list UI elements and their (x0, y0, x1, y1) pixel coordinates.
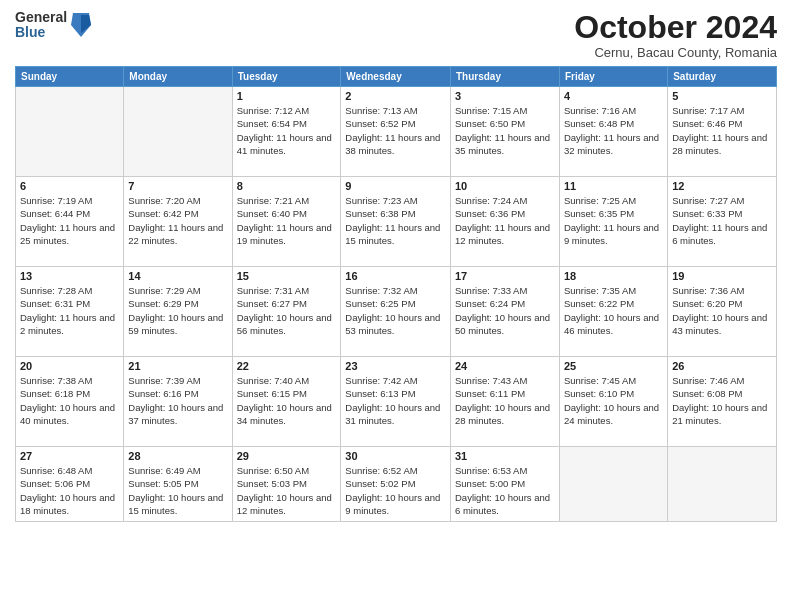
calendar-week-row: 6Sunrise: 7:19 AM Sunset: 6:44 PM Daylig… (16, 177, 777, 267)
calendar-cell: 3Sunrise: 7:15 AM Sunset: 6:50 PM Daylig… (450, 87, 559, 177)
logo-general: General (15, 10, 67, 25)
day-info: Sunrise: 7:43 AM Sunset: 6:11 PM Dayligh… (455, 374, 555, 427)
day-info: Sunrise: 7:13 AM Sunset: 6:52 PM Dayligh… (345, 104, 446, 157)
day-number: 22 (237, 360, 337, 372)
title-area: October 2024 Cernu, Bacau County, Romani… (574, 10, 777, 60)
calendar-cell: 6Sunrise: 7:19 AM Sunset: 6:44 PM Daylig… (16, 177, 124, 267)
day-number: 4 (564, 90, 663, 102)
day-info: Sunrise: 7:46 AM Sunset: 6:08 PM Dayligh… (672, 374, 772, 427)
day-info: Sunrise: 7:17 AM Sunset: 6:46 PM Dayligh… (672, 104, 772, 157)
calendar-week-row: 20Sunrise: 7:38 AM Sunset: 6:18 PM Dayli… (16, 357, 777, 447)
logo-text: General Blue (15, 10, 67, 41)
day-info: Sunrise: 7:19 AM Sunset: 6:44 PM Dayligh… (20, 194, 119, 247)
calendar-cell: 23Sunrise: 7:42 AM Sunset: 6:13 PM Dayli… (341, 357, 451, 447)
day-number: 11 (564, 180, 663, 192)
weekday-header: Monday (124, 67, 232, 87)
calendar-week-row: 27Sunrise: 6:48 AM Sunset: 5:06 PM Dayli… (16, 447, 777, 522)
day-info: Sunrise: 6:53 AM Sunset: 5:00 PM Dayligh… (455, 464, 555, 517)
day-number: 24 (455, 360, 555, 372)
calendar-cell: 8Sunrise: 7:21 AM Sunset: 6:40 PM Daylig… (232, 177, 341, 267)
day-info: Sunrise: 7:27 AM Sunset: 6:33 PM Dayligh… (672, 194, 772, 247)
calendar-cell: 22Sunrise: 7:40 AM Sunset: 6:15 PM Dayli… (232, 357, 341, 447)
day-info: Sunrise: 7:16 AM Sunset: 6:48 PM Dayligh… (564, 104, 663, 157)
calendar-cell: 14Sunrise: 7:29 AM Sunset: 6:29 PM Dayli… (124, 267, 232, 357)
day-info: Sunrise: 7:20 AM Sunset: 6:42 PM Dayligh… (128, 194, 227, 247)
day-number: 2 (345, 90, 446, 102)
day-number: 1 (237, 90, 337, 102)
calendar-cell: 5Sunrise: 7:17 AM Sunset: 6:46 PM Daylig… (668, 87, 777, 177)
calendar-cell: 17Sunrise: 7:33 AM Sunset: 6:24 PM Dayli… (450, 267, 559, 357)
page: General Blue October 2024 Cernu, Bacau C… (0, 0, 792, 612)
calendar-cell: 21Sunrise: 7:39 AM Sunset: 6:16 PM Dayli… (124, 357, 232, 447)
day-number: 21 (128, 360, 227, 372)
day-number: 19 (672, 270, 772, 282)
day-info: Sunrise: 7:24 AM Sunset: 6:36 PM Dayligh… (455, 194, 555, 247)
day-number: 13 (20, 270, 119, 282)
day-info: Sunrise: 6:49 AM Sunset: 5:05 PM Dayligh… (128, 464, 227, 517)
calendar-cell: 4Sunrise: 7:16 AM Sunset: 6:48 PM Daylig… (559, 87, 667, 177)
day-number: 18 (564, 270, 663, 282)
calendar-cell (559, 447, 667, 522)
day-number: 8 (237, 180, 337, 192)
day-number: 17 (455, 270, 555, 282)
day-number: 31 (455, 450, 555, 462)
day-info: Sunrise: 7:31 AM Sunset: 6:27 PM Dayligh… (237, 284, 337, 337)
day-number: 25 (564, 360, 663, 372)
weekday-header: Thursday (450, 67, 559, 87)
day-info: Sunrise: 7:15 AM Sunset: 6:50 PM Dayligh… (455, 104, 555, 157)
weekday-header: Tuesday (232, 67, 341, 87)
weekday-header: Wednesday (341, 67, 451, 87)
calendar-cell: 11Sunrise: 7:25 AM Sunset: 6:35 PM Dayli… (559, 177, 667, 267)
calendar-cell: 12Sunrise: 7:27 AM Sunset: 6:33 PM Dayli… (668, 177, 777, 267)
weekday-header: Saturday (668, 67, 777, 87)
day-number: 20 (20, 360, 119, 372)
day-number: 30 (345, 450, 446, 462)
day-info: Sunrise: 7:42 AM Sunset: 6:13 PM Dayligh… (345, 374, 446, 427)
calendar-cell: 28Sunrise: 6:49 AM Sunset: 5:05 PM Dayli… (124, 447, 232, 522)
day-info: Sunrise: 7:45 AM Sunset: 6:10 PM Dayligh… (564, 374, 663, 427)
calendar-week-row: 1Sunrise: 7:12 AM Sunset: 6:54 PM Daylig… (16, 87, 777, 177)
day-number: 12 (672, 180, 772, 192)
calendar-cell: 7Sunrise: 7:20 AM Sunset: 6:42 PM Daylig… (124, 177, 232, 267)
day-number: 23 (345, 360, 446, 372)
calendar-cell (124, 87, 232, 177)
calendar-cell: 13Sunrise: 7:28 AM Sunset: 6:31 PM Dayli… (16, 267, 124, 357)
header: General Blue October 2024 Cernu, Bacau C… (15, 10, 777, 60)
calendar-table: SundayMondayTuesdayWednesdayThursdayFrid… (15, 66, 777, 522)
day-info: Sunrise: 6:52 AM Sunset: 5:02 PM Dayligh… (345, 464, 446, 517)
calendar-cell: 31Sunrise: 6:53 AM Sunset: 5:00 PM Dayli… (450, 447, 559, 522)
calendar-cell (16, 87, 124, 177)
day-info: Sunrise: 7:40 AM Sunset: 6:15 PM Dayligh… (237, 374, 337, 427)
calendar-week-row: 13Sunrise: 7:28 AM Sunset: 6:31 PM Dayli… (16, 267, 777, 357)
day-number: 7 (128, 180, 227, 192)
calendar-cell: 19Sunrise: 7:36 AM Sunset: 6:20 PM Dayli… (668, 267, 777, 357)
day-info: Sunrise: 7:38 AM Sunset: 6:18 PM Dayligh… (20, 374, 119, 427)
day-number: 29 (237, 450, 337, 462)
day-info: Sunrise: 7:32 AM Sunset: 6:25 PM Dayligh… (345, 284, 446, 337)
day-info: Sunrise: 7:21 AM Sunset: 6:40 PM Dayligh… (237, 194, 337, 247)
calendar-cell: 2Sunrise: 7:13 AM Sunset: 6:52 PM Daylig… (341, 87, 451, 177)
calendar-cell: 29Sunrise: 6:50 AM Sunset: 5:03 PM Dayli… (232, 447, 341, 522)
day-info: Sunrise: 7:25 AM Sunset: 6:35 PM Dayligh… (564, 194, 663, 247)
calendar-cell: 15Sunrise: 7:31 AM Sunset: 6:27 PM Dayli… (232, 267, 341, 357)
location: Cernu, Bacau County, Romania (574, 45, 777, 60)
day-number: 5 (672, 90, 772, 102)
day-number: 10 (455, 180, 555, 192)
day-number: 27 (20, 450, 119, 462)
day-info: Sunrise: 6:50 AM Sunset: 5:03 PM Dayligh… (237, 464, 337, 517)
logo-blue: Blue (15, 25, 67, 40)
day-number: 14 (128, 270, 227, 282)
calendar-cell (668, 447, 777, 522)
day-info: Sunrise: 6:48 AM Sunset: 5:06 PM Dayligh… (20, 464, 119, 517)
day-info: Sunrise: 7:12 AM Sunset: 6:54 PM Dayligh… (237, 104, 337, 157)
day-number: 9 (345, 180, 446, 192)
calendar-cell: 16Sunrise: 7:32 AM Sunset: 6:25 PM Dayli… (341, 267, 451, 357)
calendar-cell: 10Sunrise: 7:24 AM Sunset: 6:36 PM Dayli… (450, 177, 559, 267)
logo-area: General Blue (15, 10, 93, 41)
day-number: 15 (237, 270, 337, 282)
calendar-cell: 30Sunrise: 6:52 AM Sunset: 5:02 PM Dayli… (341, 447, 451, 522)
day-info: Sunrise: 7:29 AM Sunset: 6:29 PM Dayligh… (128, 284, 227, 337)
day-number: 26 (672, 360, 772, 372)
calendar-cell: 24Sunrise: 7:43 AM Sunset: 6:11 PM Dayli… (450, 357, 559, 447)
calendar-cell: 1Sunrise: 7:12 AM Sunset: 6:54 PM Daylig… (232, 87, 341, 177)
